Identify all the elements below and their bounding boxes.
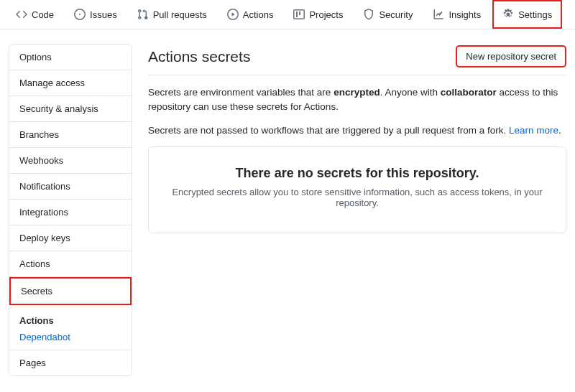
- insights-icon: [433, 9, 444, 20]
- tab-pulls-label: Pull requests: [153, 9, 207, 20]
- secrets-description-2: Secrets are not passed to workflows that…: [148, 123, 566, 138]
- tab-projects[interactable]: Projects: [285, 0, 351, 29]
- empty-secrets-panel: There are no secrets for this repository…: [148, 146, 566, 233]
- empty-secrets-text: Encrypted secrets allow you to store sen…: [163, 187, 551, 208]
- tab-pulls[interactable]: Pull requests: [129, 0, 216, 29]
- sidebar-item-pages[interactable]: Pages: [9, 350, 132, 375]
- sidebar-sub-dependabot[interactable]: Dependabot: [19, 332, 121, 342]
- settings-sidebar: Options Manage access Security & analysi…: [9, 44, 132, 376]
- learn-more-link[interactable]: Learn more: [509, 125, 558, 136]
- tab-actions-label: Actions: [243, 9, 274, 20]
- sidebar-item-actions[interactable]: Actions: [9, 251, 132, 277]
- sidebar-item-deploy-keys[interactable]: Deploy keys: [9, 225, 132, 251]
- page-title: Actions secrets: [148, 48, 250, 65]
- sidebar-item-branches[interactable]: Branches: [9, 122, 132, 148]
- actions-icon: [227, 9, 239, 20]
- main-content: Actions secrets New repository secret Se…: [148, 44, 566, 376]
- sidebar-sub-heading: Actions: [19, 315, 121, 326]
- tab-settings[interactable]: Settings: [492, 0, 562, 29]
- secrets-description-1: Secrets are environment variables that a…: [148, 85, 566, 115]
- repo-nav: Code Issues Pull requests Actions Projec…: [0, 0, 575, 29]
- empty-secrets-heading: There are no secrets for this repository…: [163, 166, 551, 181]
- tab-insights-label: Insights: [448, 9, 481, 20]
- tab-settings-label: Settings: [518, 9, 552, 20]
- sidebar-item-notifications[interactable]: Notifications: [9, 174, 132, 200]
- sidebar-item-manage-access[interactable]: Manage access: [9, 70, 132, 96]
- tab-security[interactable]: Security: [354, 0, 421, 29]
- tab-actions[interactable]: Actions: [218, 0, 282, 29]
- new-repository-secret-button[interactable]: New repository secret: [456, 45, 566, 67]
- tab-code[interactable]: Code: [7, 0, 63, 29]
- sidebar-item-options[interactable]: Options: [9, 45, 132, 70]
- tab-issues[interactable]: Issues: [65, 0, 126, 29]
- tab-projects-label: Projects: [309, 9, 343, 20]
- sidebar-item-webhooks[interactable]: Webhooks: [9, 148, 132, 174]
- sidebar-sub-secrets: Actions Dependabot: [9, 305, 132, 350]
- security-icon: [363, 9, 374, 20]
- tab-insights[interactable]: Insights: [424, 0, 489, 29]
- pull-request-icon: [137, 9, 149, 20]
- sidebar-item-integrations[interactable]: Integrations: [9, 200, 132, 225]
- tab-security-label: Security: [379, 9, 413, 20]
- projects-icon: [293, 9, 305, 20]
- gear-icon: [502, 9, 514, 20]
- tab-issues-label: Issues: [90, 9, 117, 20]
- sidebar-item-secrets[interactable]: Secrets: [9, 277, 132, 305]
- tab-code-label: Code: [32, 9, 54, 20]
- issues-icon: [74, 9, 86, 20]
- code-icon: [16, 9, 27, 20]
- sidebar-item-security-analysis[interactable]: Security & analysis: [9, 96, 132, 122]
